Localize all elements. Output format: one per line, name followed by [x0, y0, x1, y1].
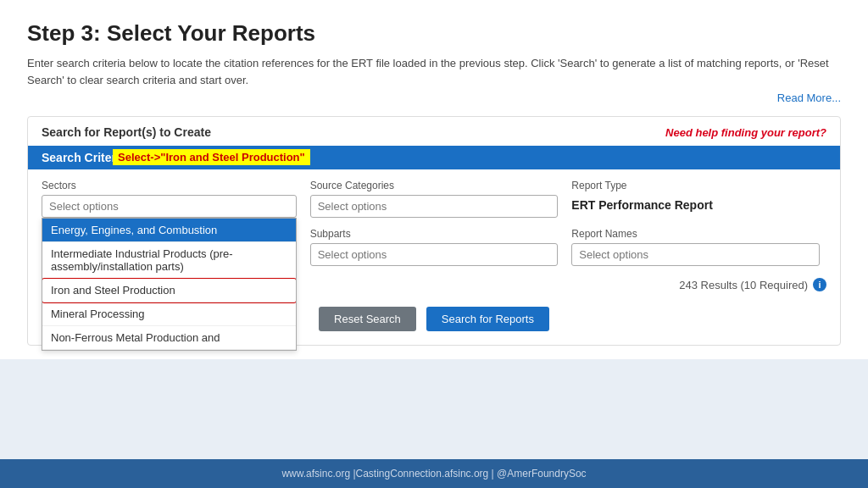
report-type-value: ERT Performance Report — [571, 195, 820, 212]
search-card: Search for Report(s) to Create Need help… — [27, 116, 841, 346]
footer-links: www.afsinc.org |CastingConnection.afsinc… — [281, 468, 586, 480]
info-icon[interactable]: i — [813, 278, 826, 291]
sectors-dropdown-list: Energy, Engines, and Combustion Intermed… — [42, 218, 297, 351]
search-for-reports-button[interactable]: Search for Reports — [426, 307, 549, 331]
page-description: Enter search criteria below to locate th… — [27, 55, 841, 88]
dropdown-item-mineral[interactable]: Mineral Processing — [42, 302, 296, 326]
report-names-label: Report Names — [571, 228, 820, 240]
dropdown-item-intermediate[interactable]: Intermediate Industrial Products (pre-as… — [42, 242, 296, 279]
annotation-label: Select->"Iron and Steel Production" — [113, 149, 310, 165]
subparts-col: Subparts — [303, 228, 565, 266]
dropdown-item-nonferrous[interactable]: Non-Ferrous Metal Production and — [42, 326, 296, 350]
source-categories-col: Source Categories — [303, 180, 565, 218]
report-type-col: Report Type ERT Performance Report — [565, 180, 826, 212]
source-categories-input[interactable] — [310, 195, 559, 218]
sectors-label: Sectors — [42, 180, 297, 191]
search-criteria-bar: Search Criteria Select->"Iron and Steel … — [28, 146, 840, 169]
subparts-input[interactable] — [310, 243, 559, 266]
page-title: Step 3: Select Your Reports — [27, 20, 841, 47]
subparts-label: Subparts — [310, 228, 559, 240]
report-type-label: Report Type — [571, 180, 820, 191]
results-text: 243 Results (10 Required) — [679, 279, 808, 291]
report-names-input[interactable] — [571, 243, 820, 266]
sectors-dropdown-wrapper: Energy, Engines, and Combustion Intermed… — [42, 195, 297, 218]
card-label: Search for Report(s) to Create — [42, 125, 211, 139]
sectors-col: Sectors Energy, Engines, and Combustion … — [42, 180, 303, 218]
footer-bar: www.afsinc.org |CastingConnection.afsinc… — [0, 459, 868, 488]
card-header: Search for Report(s) to Create Need help… — [28, 117, 840, 146]
source-categories-label: Source Categories — [310, 180, 559, 191]
criteria-grid: Sectors Energy, Engines, and Combustion … — [28, 169, 840, 228]
report-names-col: Report Names — [565, 228, 826, 266]
reset-search-button[interactable]: Reset Search — [319, 307, 416, 331]
main-container: Step 3: Select Your Reports Enter search… — [0, 0, 868, 359]
need-help-text: Need help finding your report? — [665, 126, 826, 139]
sectors-input[interactable] — [42, 195, 297, 218]
dropdown-item-iron-steel[interactable]: Iron and Steel Production — [42, 279, 296, 302]
read-more-link[interactable]: Read More... — [27, 92, 841, 104]
dropdown-item-energy[interactable]: Energy, Engines, and Combustion — [42, 219, 296, 242]
